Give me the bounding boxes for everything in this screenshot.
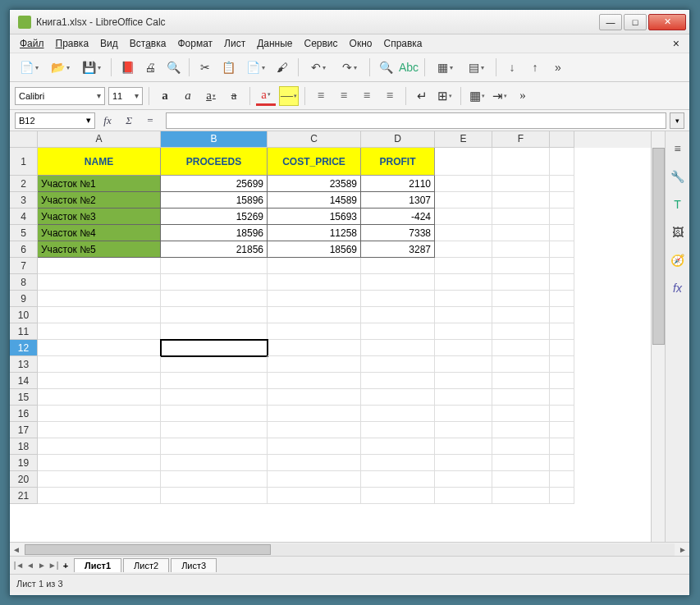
select-all-corner[interactable]	[10, 131, 38, 148]
redo-button[interactable]: ↷	[336, 57, 364, 77]
save-button[interactable]: 💾	[77, 57, 105, 77]
cell-D5[interactable]: 7338	[361, 225, 435, 241]
indent-button[interactable]: ⇥	[490, 86, 510, 106]
name-box[interactable]: B12▾	[15, 112, 95, 129]
tab-first[interactable]: |◄	[13, 561, 25, 570]
more-toolbar-button[interactable]: »	[548, 57, 568, 77]
cell-B2[interactable]: 25699	[161, 176, 268, 192]
formula-input[interactable]	[166, 112, 666, 129]
row-button[interactable]: ▦	[431, 57, 459, 77]
cell-B6[interactable]: 21856	[161, 241, 268, 258]
menu-help[interactable]: Справка	[378, 36, 427, 51]
cell-A3[interactable]: Участок №2	[38, 192, 161, 209]
align-center-button[interactable]: ≡	[334, 86, 354, 106]
print-preview-button[interactable]: 🔍	[163, 57, 183, 77]
wrap-text-button[interactable]: ↵	[412, 86, 432, 106]
sheet-tab-1[interactable]: Лист1	[74, 558, 121, 572]
menu-window[interactable]: Окно	[345, 36, 377, 51]
tab-last[interactable]: ►|	[48, 561, 59, 570]
sum-button[interactable]: Σ	[120, 112, 138, 129]
cell-G1[interactable]	[550, 148, 574, 176]
cut-button[interactable]: ✂	[195, 57, 215, 77]
hscroll-left[interactable]: ◄	[10, 545, 23, 554]
row-header-9[interactable]: 9	[10, 291, 38, 307]
navigator-icon[interactable]: 🧭	[669, 251, 687, 269]
maximize-button[interactable]: □	[624, 14, 647, 30]
font-name-combo[interactable]: Calibri▾	[15, 87, 105, 105]
col-header-C[interactable]: C	[268, 131, 361, 148]
cell-C2[interactable]: 23589	[268, 176, 361, 192]
minimize-button[interactable]: —	[599, 14, 622, 30]
underline-button[interactable]: a	[201, 86, 221, 106]
align-right-button[interactable]: ≡	[357, 86, 377, 106]
cell-C5[interactable]: 11258	[268, 225, 361, 241]
cell-E1[interactable]	[435, 148, 492, 176]
col-header-E[interactable]: E	[435, 131, 492, 148]
menu-edit[interactable]: Правка	[51, 36, 94, 51]
sort-asc-button[interactable]: ↓	[502, 57, 522, 77]
row-header-6[interactable]: 6	[10, 241, 38, 258]
styles-icon[interactable]: T	[669, 195, 687, 213]
paste-button[interactable]: 📄	[241, 57, 269, 77]
col-header-B[interactable]: B	[161, 131, 268, 148]
cell-C3[interactable]: 14589	[268, 192, 361, 209]
col-header-F[interactable]: F	[492, 131, 550, 148]
row-header-2[interactable]: 2	[10, 176, 38, 192]
row-header-5[interactable]: 5	[10, 225, 38, 241]
menu-view[interactable]: Вид	[95, 36, 123, 51]
row-header-18[interactable]: 18	[10, 438, 38, 455]
font-color-button[interactable]: a	[256, 86, 276, 106]
cell-A5[interactable]: Участок №4	[38, 225, 161, 241]
tab-next[interactable]: ►	[36, 561, 48, 570]
align-left-button[interactable]: ≡	[311, 86, 331, 106]
sidebar-menu-icon[interactable]: ≡	[669, 140, 687, 158]
row-header-7[interactable]: 7	[10, 258, 38, 274]
row-header-17[interactable]: 17	[10, 422, 38, 438]
cell-B3[interactable]: 15896	[161, 192, 268, 209]
cell-A6[interactable]: Участок №5	[38, 241, 161, 258]
font-size-combo[interactable]: 11▾	[108, 87, 143, 105]
row-header-11[interactable]: 11	[10, 323, 38, 340]
row-header-3[interactable]: 3	[10, 192, 38, 209]
row-header-10[interactable]: 10	[10, 307, 38, 323]
row-header-13[interactable]: 13	[10, 356, 38, 373]
row-header-16[interactable]: 16	[10, 406, 38, 422]
row-header-21[interactable]: 21	[10, 488, 38, 504]
row-header-1[interactable]: 1	[10, 148, 38, 176]
format-paintbrush-button[interactable]: 🖌	[272, 57, 292, 77]
menu-file[interactable]: Файл	[15, 36, 49, 51]
horizontal-scrollbar[interactable]: ◄ ►	[10, 542, 689, 556]
sort-desc-button[interactable]: ↑	[525, 57, 545, 77]
menu-format[interactable]: Формат	[172, 36, 217, 51]
column-button[interactable]: ▤	[462, 57, 490, 77]
cell-D3[interactable]: 1307	[361, 192, 435, 209]
spellcheck-button[interactable]: Abc	[399, 57, 419, 77]
vscroll-thumb[interactable]	[652, 148, 665, 345]
cell-D2[interactable]: 2110	[361, 176, 435, 192]
hscroll-thumb[interactable]	[25, 544, 271, 555]
sheet-tab-2[interactable]: Лист2	[123, 558, 169, 572]
functions-icon[interactable]: fx	[669, 279, 687, 297]
copy-button[interactable]: 📋	[218, 57, 238, 77]
cell-F1[interactable]	[492, 148, 550, 176]
align-justify-button[interactable]: ≡	[380, 86, 400, 106]
properties-icon[interactable]: 🔧	[669, 167, 687, 186]
tab-prev[interactable]: ◄	[25, 561, 36, 570]
menu-insert[interactable]: Вставка	[125, 36, 172, 51]
close-button[interactable]: ✕	[648, 14, 686, 30]
row-header-12[interactable]: 12	[10, 340, 38, 356]
cell-D6[interactable]: 3287	[361, 241, 435, 258]
cell-C1[interactable]: COST_PRICE	[268, 148, 361, 176]
cell-B12-active[interactable]	[161, 340, 268, 356]
border-button[interactable]: ▦	[467, 86, 487, 106]
menu-data[interactable]: Данные	[252, 36, 297, 51]
vertical-scrollbar[interactable]	[651, 131, 665, 542]
cell-D4[interactable]: -424	[361, 209, 435, 225]
row-header-15[interactable]: 15	[10, 389, 38, 406]
col-header-D[interactable]: D	[361, 131, 435, 148]
more-format-button[interactable]: »	[513, 86, 533, 106]
add-sheet-button[interactable]: +	[59, 561, 72, 571]
bold-button[interactable]: a	[155, 86, 175, 106]
cell-B1[interactable]: PROCEEDS	[161, 148, 268, 176]
document-close-button[interactable]: ×	[668, 35, 684, 52]
